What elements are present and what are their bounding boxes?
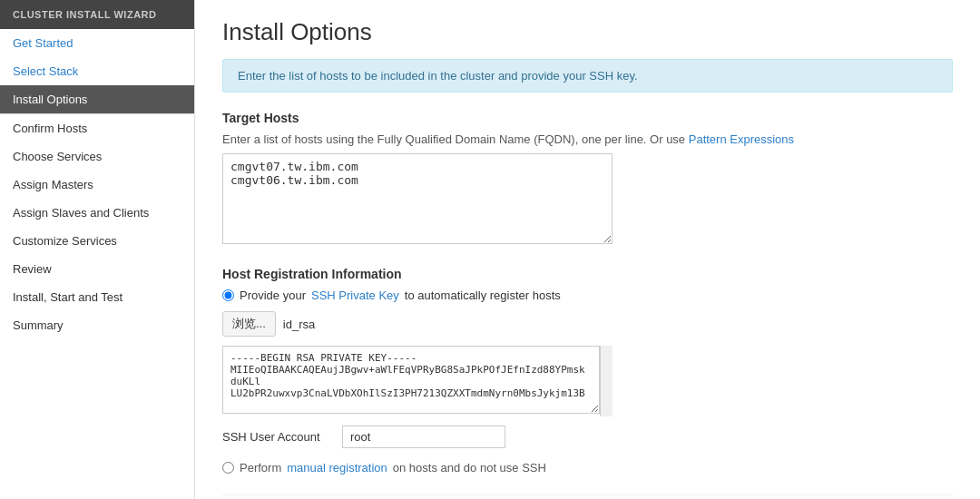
host-registration-section: Host Registration Information Provide yo… — [222, 267, 953, 475]
file-browse-row: 浏览... id_rsa — [222, 311, 953, 337]
provide-key-suffix: to automatically register hosts — [405, 289, 561, 302]
scrollbar-indicator[interactable] — [600, 346, 612, 416]
sidebar-item-get-started[interactable]: Get Started — [0, 29, 194, 57]
sidebar-item-assign-slaves[interactable]: Assign Slaves and Clients — [0, 199, 194, 227]
manual-registration-link[interactable]: manual registration — [287, 461, 387, 475]
sidebar-item-review[interactable]: Review — [0, 255, 194, 283]
main-content: Install Options Enter the list of hosts … — [195, 0, 980, 499]
provide-ssh-key-row: Provide your SSH Private Key to automati… — [222, 289, 953, 302]
ssh-key-textarea[interactable] — [222, 346, 600, 414]
target-hosts-desc: Enter a list of hosts using the Fully Qu… — [222, 132, 953, 146]
sidebar-item-assign-masters[interactable]: Assign Masters — [0, 171, 194, 199]
target-hosts-section: Target Hosts Enter a list of hosts using… — [222, 111, 953, 247]
host-registration-title: Host Registration Information — [222, 267, 953, 281]
ssh-private-key-link[interactable]: SSH Private Key — [311, 289, 399, 302]
ssh-user-input[interactable] — [342, 426, 505, 448]
manual-registration-row: Perform manual registration on hosts and… — [222, 461, 953, 475]
sidebar-title: CLUSTER INSTALL WIZARD — [0, 0, 194, 29]
manual-reg-suffix: on hosts and do not use SSH — [393, 461, 546, 475]
file-name-label: id_rsa — [283, 318, 315, 331]
sidebar-item-install-start-test[interactable]: Install, Start and Test — [0, 283, 194, 311]
manual-reg-text: Perform — [240, 461, 281, 475]
page-title: Install Options — [222, 18, 953, 46]
sidebar-item-summary[interactable]: Summary — [0, 311, 194, 339]
provide-key-text: Provide your — [240, 289, 306, 302]
pattern-expressions-link[interactable]: Pattern Expressions — [689, 132, 794, 146]
target-hosts-desc-text: Enter a list of hosts using the Fully Qu… — [222, 132, 685, 146]
sidebar-item-confirm-hosts[interactable]: Confirm Hosts — [0, 114, 194, 142]
sidebar-item-customize-services[interactable]: Customize Services — [0, 227, 194, 255]
hosts-textarea[interactable] — [222, 153, 612, 244]
manual-reg-radio[interactable] — [222, 462, 234, 474]
ssh-user-label: SSH User Account — [222, 430, 331, 444]
footer-buttons: ← Back Register and Co... — [222, 494, 953, 499]
ssh-user-row: SSH User Account — [222, 426, 953, 448]
sidebar-item-select-stack[interactable]: Select Stack — [0, 57, 194, 85]
sidebar-item-install-options[interactable]: Install Options — [0, 85, 194, 113]
target-hosts-title: Target Hosts — [222, 111, 953, 125]
provide-ssh-key-radio[interactable] — [222, 289, 234, 301]
info-bar: Enter the list of hosts to be included i… — [222, 59, 953, 93]
browse-button[interactable]: 浏览... — [222, 311, 276, 337]
sidebar-item-choose-services[interactable]: Choose Services — [0, 142, 194, 171]
sidebar: CLUSTER INSTALL WIZARD Get Started Selec… — [0, 0, 195, 499]
key-textarea-wrapper — [222, 346, 612, 416]
